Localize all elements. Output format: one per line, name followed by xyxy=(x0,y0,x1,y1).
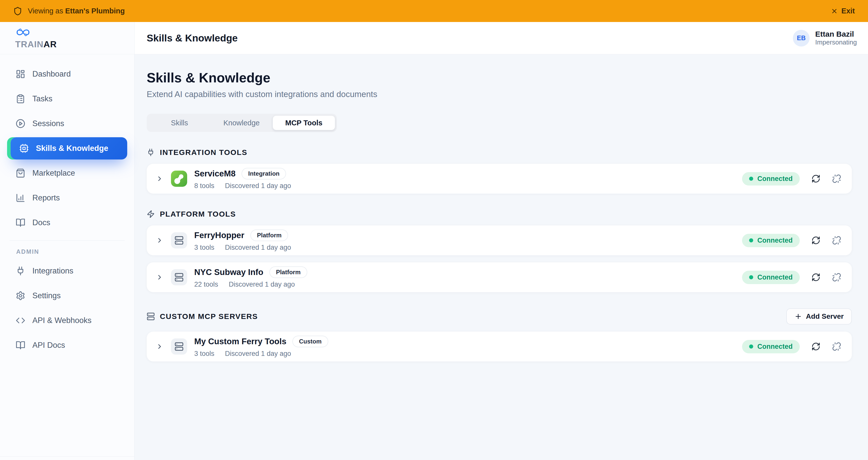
sidebar-item-label: API & Webhooks xyxy=(32,316,92,325)
close-icon xyxy=(831,8,838,15)
page-subtitle: Extend AI capabilities with custom integ… xyxy=(147,90,852,99)
mcp-server-row-ferryhopper: FerryHopper Platform 3 tools Discovered … xyxy=(147,225,852,255)
server-tool-count: 8 tools xyxy=(194,182,214,190)
server-name: ServiceM8 xyxy=(194,169,236,178)
server-icon xyxy=(147,313,155,321)
tab-bar: Skills Knowledge MCP Tools xyxy=(147,114,337,132)
sidebar-item-label: Integrations xyxy=(32,266,73,275)
sidebar-item-tasks[interactable]: Tasks xyxy=(7,88,127,110)
plus-icon xyxy=(795,313,802,320)
dashboard-icon xyxy=(16,69,25,79)
user-menu[interactable]: EB Ettan Bazil Impersonating xyxy=(793,30,857,46)
disconnect-icon[interactable] xyxy=(832,236,841,245)
impersonated-company: Ettan's Plumbing xyxy=(65,7,125,15)
book-icon xyxy=(16,340,25,350)
sidebar-item-reports[interactable]: Reports xyxy=(7,187,127,209)
docs-icon xyxy=(16,218,25,227)
server-type-badge: Custom xyxy=(292,336,328,347)
server-icon xyxy=(171,269,187,285)
sidebar-item-api-webhooks[interactable]: API & Webhooks xyxy=(7,309,127,332)
refresh-icon[interactable] xyxy=(811,273,820,282)
chevron-right-icon[interactable] xyxy=(156,175,163,183)
add-server-button[interactable]: Add Server xyxy=(786,308,852,325)
reports-icon xyxy=(16,193,25,203)
sidebar-item-label: Docs xyxy=(32,218,50,227)
tab-skills[interactable]: Skills xyxy=(149,116,210,130)
sidebar-item-settings[interactable]: Settings xyxy=(7,285,127,307)
server-tool-count: 3 tools xyxy=(194,244,214,252)
refresh-icon[interactable] xyxy=(811,174,820,183)
user-name: Ettan Bazil xyxy=(815,30,857,39)
refresh-icon[interactable] xyxy=(811,342,820,351)
server-discovered: Discovered 1 day ago xyxy=(225,244,291,252)
disconnect-icon[interactable] xyxy=(832,342,841,351)
admin-section-label: ADMIN xyxy=(7,248,127,255)
sidebar-item-label: API Docs xyxy=(32,341,65,350)
brand-logo: TRAINAR xyxy=(0,22,134,54)
sidebar-item-sessions[interactable]: Sessions xyxy=(7,112,127,135)
server-tool-count: 22 tools xyxy=(194,281,218,288)
server-tool-count: 3 tools xyxy=(194,350,214,358)
server-name: FerryHopper xyxy=(194,231,244,240)
cpu-icon xyxy=(19,143,29,153)
sidebar-item-skills-knowledge[interactable]: Skills & Knowledge xyxy=(11,137,127,160)
sidebar-item-label: Settings xyxy=(32,291,61,300)
status-dot-icon xyxy=(749,344,753,349)
gear-icon xyxy=(16,291,25,300)
section-title: CUSTOM MCP SERVERS xyxy=(160,312,258,321)
server-discovered: Discovered 1 day ago xyxy=(225,350,291,358)
sidebar-item-label: Tasks xyxy=(32,94,52,103)
topbar: Skills & Knowledge EB Ettan Bazil Impers… xyxy=(134,22,868,54)
impersonation-banner: Viewing as Ettan's Plumbing Exit xyxy=(0,0,868,22)
user-status: Impersonating xyxy=(815,38,857,46)
server-discovered: Discovered 1 day ago xyxy=(225,182,291,190)
sidebar-footer-divider xyxy=(0,456,134,460)
plug-icon xyxy=(147,149,155,157)
server-icon xyxy=(171,232,187,249)
section-title: PLATFORM TOOLS xyxy=(160,210,236,218)
disconnect-icon[interactable] xyxy=(832,273,841,282)
section-title: INTEGRATION TOOLS xyxy=(160,148,247,157)
chevron-right-icon[interactable] xyxy=(156,273,163,281)
avatar: EB xyxy=(793,30,810,46)
plug-icon xyxy=(16,266,25,276)
exit-label: Exit xyxy=(841,7,855,15)
mcp-server-row-nyc-subway-info: NYC Subway Info Platform 22 tools Discov… xyxy=(147,262,852,292)
shield-icon xyxy=(13,7,22,16)
server-type-badge: Platform xyxy=(269,266,307,278)
sidebar-item-label: Dashboard xyxy=(32,69,71,78)
disconnect-icon[interactable] xyxy=(832,174,841,183)
sidebar: TRAINAR Dashboard Tasks Sessions xyxy=(0,22,134,460)
sidebar-item-marketplace[interactable]: Marketplace xyxy=(7,162,127,184)
sidebar-item-label: Sessions xyxy=(32,119,64,128)
sessions-icon xyxy=(16,119,25,128)
server-name: NYC Subway Info xyxy=(194,267,263,277)
status-badge: Connected xyxy=(742,271,800,284)
sidebar-item-label: Marketplace xyxy=(32,169,75,178)
sidebar-item-label: Skills & Knowledge xyxy=(36,144,108,153)
trainar-infinity-icon xyxy=(15,27,134,38)
exit-impersonation-button[interactable]: Exit xyxy=(831,7,855,15)
server-type-badge: Integration xyxy=(242,168,286,179)
chevron-right-icon[interactable] xyxy=(156,343,163,350)
tab-knowledge[interactable]: Knowledge xyxy=(210,116,272,130)
sidebar-item-api-docs[interactable]: API Docs xyxy=(7,334,127,356)
sidebar-item-integrations[interactable]: Integrations xyxy=(7,260,127,282)
brand-wordmark: TRAINAR xyxy=(15,39,134,49)
viewing-as-text: Viewing as Ettan's Plumbing xyxy=(28,7,125,15)
sidebar-item-docs[interactable]: Docs xyxy=(7,211,127,234)
mcp-server-row-servicem8: ServiceM8 Integration 8 tools Discovered… xyxy=(147,164,852,194)
refresh-icon[interactable] xyxy=(811,236,820,245)
sidebar-divider xyxy=(10,240,125,241)
tab-mcp-tools[interactable]: MCP Tools xyxy=(273,116,335,130)
sidebar-item-dashboard[interactable]: Dashboard xyxy=(7,63,127,85)
chevron-right-icon[interactable] xyxy=(156,237,163,244)
tasks-icon xyxy=(16,94,25,104)
mcp-server-row-my-custom-ferry-tools: My Custom Ferry Tools Custom 3 tools Dis… xyxy=(147,332,852,361)
status-dot-icon xyxy=(749,238,753,242)
section-integration-tools: INTEGRATION TOOLS xyxy=(147,148,852,194)
server-icon xyxy=(171,338,187,355)
server-name: My Custom Ferry Tools xyxy=(194,337,286,346)
sidebar-item-label: Reports xyxy=(32,193,60,202)
status-dot-icon xyxy=(749,177,753,181)
